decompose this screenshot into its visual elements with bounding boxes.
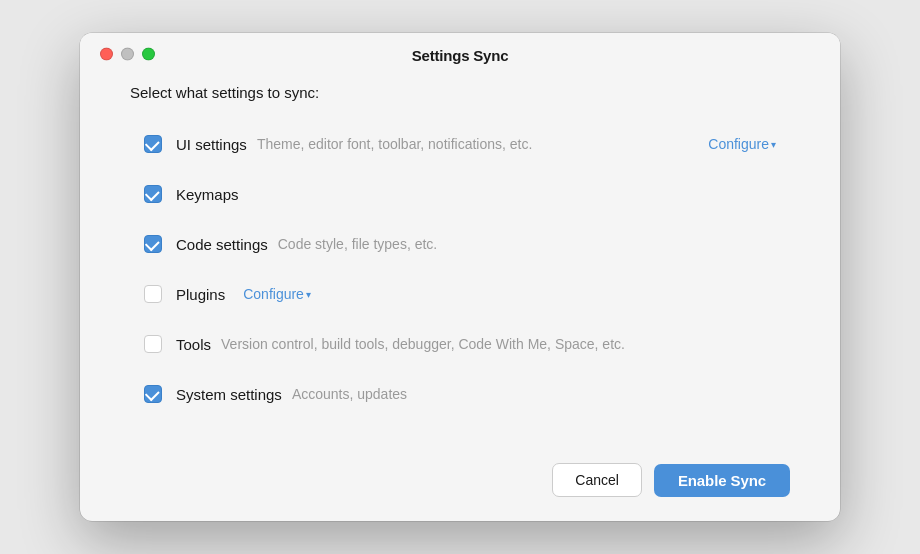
checkbox-wrapper-code-settings[interactable] [144, 235, 162, 253]
configure-link-ui-settings[interactable]: Configure ▾ [708, 136, 776, 152]
setting-row-ui-settings: UI settings Theme, editor font, toolbar,… [130, 121, 790, 167]
setting-name-tools: Tools [176, 336, 211, 353]
setting-name-plugins: Plugins [176, 286, 225, 303]
settings-sync-window: Settings Sync Select what settings to sy… [80, 33, 840, 521]
maximize-button[interactable] [142, 47, 155, 60]
checkbox-wrapper-keymaps[interactable] [144, 185, 162, 203]
setting-row-keymaps: Keymaps [130, 171, 790, 217]
checkbox-ui-settings[interactable] [144, 135, 162, 153]
configure-link-plugins[interactable]: Configure ▾ [243, 286, 311, 302]
content-area: Select what settings to sync: UI setting… [80, 74, 840, 447]
setting-row-tools: Tools Version control, build tools, debu… [130, 321, 790, 367]
setting-desc-ui-settings: Theme, editor font, toolbar, notificatio… [257, 136, 700, 152]
footer: Cancel Enable Sync [80, 447, 840, 521]
checkbox-wrapper-ui-settings[interactable] [144, 135, 162, 153]
checkbox-tools[interactable] [144, 335, 162, 353]
checkbox-wrapper-plugins[interactable] [144, 285, 162, 303]
checkbox-code-settings[interactable] [144, 235, 162, 253]
enable-sync-button[interactable]: Enable Sync [654, 464, 790, 497]
setting-desc-system-settings: Accounts, updates [292, 386, 776, 402]
settings-list: UI settings Theme, editor font, toolbar,… [130, 121, 790, 417]
checkbox-wrapper-system-settings[interactable] [144, 385, 162, 403]
setting-name-keymaps: Keymaps [176, 186, 239, 203]
checkbox-plugins[interactable] [144, 285, 162, 303]
setting-name-system-settings: System settings [176, 386, 282, 403]
setting-row-system-settings: System settings Accounts, updates [130, 371, 790, 417]
chevron-down-icon: ▾ [306, 289, 311, 300]
checkbox-system-settings[interactable] [144, 385, 162, 403]
setting-row-plugins: Plugins Configure ▾ [130, 271, 790, 317]
setting-desc-tools: Version control, build tools, debugger, … [221, 336, 776, 352]
cancel-button[interactable]: Cancel [552, 463, 642, 497]
chevron-down-icon: ▾ [771, 139, 776, 150]
checkbox-keymaps[interactable] [144, 185, 162, 203]
section-label: Select what settings to sync: [130, 84, 790, 101]
minimize-button[interactable] [121, 47, 134, 60]
window-title: Settings Sync [412, 47, 509, 64]
setting-row-code-settings: Code settings Code style, file types, et… [130, 221, 790, 267]
setting-desc-code-settings: Code style, file types, etc. [278, 236, 776, 252]
setting-name-ui-settings: UI settings [176, 136, 247, 153]
setting-name-code-settings: Code settings [176, 236, 268, 253]
traffic-lights [100, 47, 155, 60]
checkbox-wrapper-tools[interactable] [144, 335, 162, 353]
close-button[interactable] [100, 47, 113, 60]
titlebar: Settings Sync [80, 33, 840, 74]
